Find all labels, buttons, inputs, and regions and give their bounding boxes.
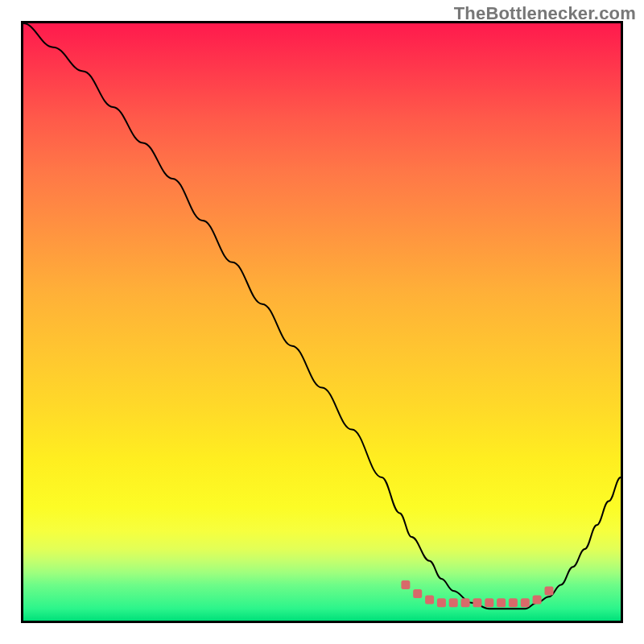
optimal-marker: [533, 596, 542, 605]
curve-layer: [23, 23, 621, 621]
optimal-marker: [449, 598, 458, 607]
optimal-marker: [545, 586, 554, 595]
optimal-marker: [521, 598, 530, 607]
optimal-marker: [485, 598, 493, 607]
optimal-marker: [413, 589, 422, 598]
optimal-marker: [425, 596, 434, 605]
bottleneck-curve-path: [23, 23, 621, 609]
optimal-marker: [461, 598, 470, 607]
optimal-marker: [509, 598, 518, 607]
plot-area: [21, 21, 623, 623]
optimal-marker: [473, 598, 481, 607]
watermark-label: TheBottlenecker.com: [454, 3, 636, 24]
chart-container: TheBottlenecker.com: [0, 0, 644, 644]
optimal-marker: [497, 598, 506, 607]
optimal-marker: [401, 580, 410, 589]
optimal-marker: [437, 598, 446, 607]
